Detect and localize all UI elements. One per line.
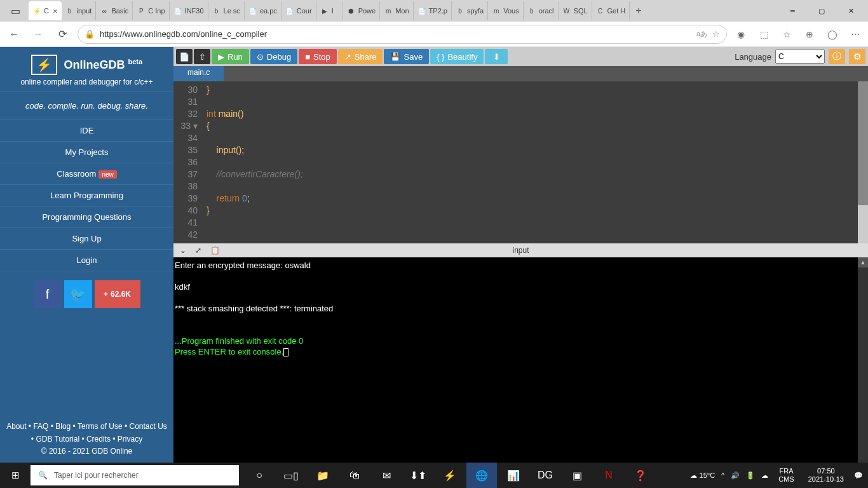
info-button[interactable]: ⓘ <box>829 49 845 64</box>
close-button[interactable]: ✕ <box>836 1 865 21</box>
upload-button[interactable]: ⇧ <box>194 49 210 64</box>
window-controls: ━ ▢ ✕ <box>778 1 865 21</box>
browser-tab[interactable]: bLe sc <box>208 1 245 20</box>
sidebar-item[interactable]: Programming Questions <box>0 207 173 228</box>
favorite-icon[interactable]: ☆ <box>712 29 720 39</box>
browser-tab[interactable]: bspyfa <box>452 1 488 20</box>
editor-scroll-thumb[interactable] <box>858 205 868 243</box>
sidebar-item[interactable]: Learn Programming <box>0 185 173 207</box>
minimize-button[interactable]: ━ <box>778 1 807 21</box>
windows-taskbar: ⊞ 🔍 Taper ici pour rechercher ○ ▭▯ 📁 🛍 ✉… <box>0 463 868 488</box>
app-icon[interactable]: ⚡ <box>435 463 465 488</box>
run-button[interactable]: ▶ Run <box>212 49 249 64</box>
console-output[interactable]: Enter an encrypted message: oswald kdkf … <box>173 257 868 463</box>
new-tab-button[interactable]: + <box>630 5 646 17</box>
browser-tab[interactable]: binput <box>62 1 97 20</box>
sidebar-item[interactable]: Sign Up <box>0 228 173 250</box>
tab-label: Basic <box>111 7 128 15</box>
browser-tab[interactable]: 📄Cour <box>281 1 316 20</box>
notifications-icon[interactable]: 💬 <box>854 471 863 480</box>
facebook-button[interactable]: f <box>34 280 62 308</box>
console-expand-icon[interactable]: ⤢ <box>195 246 201 255</box>
browser-tab[interactable]: WSQL <box>559 1 592 20</box>
code-editor[interactable]: 30313233 ▾343536373839404142 } int main(… <box>173 81 868 243</box>
office-icon[interactable]: 📊 <box>498 463 529 488</box>
share-count-button[interactable]: + 62.6K <box>95 280 140 308</box>
store-icon[interactable]: 🛍 <box>339 463 370 488</box>
debug-button[interactable]: ⊙ Debug <box>250 49 297 64</box>
browser-tab[interactable]: ▶I <box>316 1 343 20</box>
footer-links-1[interactable]: About • FAQ • Blog • Terms of Use • Cont… <box>3 421 171 433</box>
netflix-icon[interactable]: N <box>593 463 624 488</box>
back-button[interactable]: ← <box>5 25 23 43</box>
explorer-icon[interactable]: 📁 <box>308 463 338 488</box>
cortana-icon[interactable]: ○ <box>244 463 275 488</box>
profile-icon[interactable]: ◯ <box>825 27 840 42</box>
start-button[interactable]: ⊞ <box>0 463 31 488</box>
browser-tab[interactable]: boracl <box>524 1 559 20</box>
browser-tab[interactable]: 📄INF30 <box>170 1 208 20</box>
menu-icon[interactable]: ⋯ <box>848 27 863 42</box>
search-placeholder: Taper ici pour rechercher <box>54 471 139 480</box>
tab-overview-icon[interactable]: ▭ <box>8 3 23 18</box>
new-file-button[interactable]: 📄 <box>176 49 193 64</box>
sidebar-item[interactable]: Login <box>0 250 173 271</box>
tab-label: Mon <box>395 7 409 15</box>
terminal-icon[interactable]: ▣ <box>562 463 592 488</box>
share-button[interactable]: ↗ Share <box>338 49 383 64</box>
tab-label: C <box>44 7 49 15</box>
sidebar-item[interactable]: Classroomnew <box>0 163 173 185</box>
maximize-button[interactable]: ▢ <box>807 1 836 21</box>
tab-close-icon[interactable]: × <box>53 6 58 16</box>
browser-tab[interactable]: PC Inp <box>133 1 169 20</box>
battery-icon[interactable]: 🔋 <box>746 471 755 480</box>
tab-label: input <box>77 7 92 15</box>
language-select[interactable]: C <box>775 50 825 64</box>
reader-badge[interactable]: aあ <box>696 29 707 39</box>
browser-tab[interactable]: mVous <box>488 1 523 20</box>
twitter-button[interactable]: 🐦 <box>64 280 92 308</box>
footer-links-2[interactable]: • GDB Tutorial • Credits • Privacy <box>3 433 171 445</box>
settings-button[interactable]: ⚙ <box>849 49 865 64</box>
mail-icon[interactable]: ✉ <box>371 463 402 488</box>
console-copy-icon[interactable]: 📋 <box>210 246 220 255</box>
console-scroll-up[interactable]: ▲ <box>858 257 868 268</box>
browser-tab[interactable]: ⚡C× <box>29 1 62 20</box>
browser-tab[interactable]: 📄TP2.p <box>414 1 452 20</box>
browser-tab[interactable]: ∞Basic <box>96 1 133 20</box>
browser-tab[interactable]: 📄ea.pc <box>245 1 281 20</box>
console-scrollbar[interactable]: ▲ <box>858 257 868 463</box>
browser-tab[interactable]: CGet H <box>592 1 630 20</box>
datagrip-icon[interactable]: DG <box>530 463 560 488</box>
weather-widget[interactable]: ☁ 15°C <box>690 471 715 480</box>
onedrive-icon[interactable]: ☁ <box>761 471 768 480</box>
language-indicator[interactable]: FRACMS <box>775 467 797 484</box>
console-collapse-icon[interactable]: ⌄ <box>180 246 186 255</box>
collections-icon[interactable]: ⊕ <box>802 27 817 42</box>
tray-chevron-icon[interactable]: ^ <box>721 471 724 479</box>
browser-tab[interactable]: ⬢Powe <box>343 1 381 20</box>
dropbox-icon[interactable]: ⬇⬆ <box>403 463 433 488</box>
stop-button[interactable]: ■ Stop <box>299 49 337 64</box>
sidebar-item[interactable]: IDE <box>0 120 173 142</box>
location-icon[interactable]: ◉ <box>733 27 749 42</box>
sidebar-item[interactable]: My Projects <box>0 142 173 163</box>
taskbar-search[interactable]: 🔍 Taper ici pour rechercher <box>31 465 239 485</box>
reload-button[interactable]: ⟳ <box>53 25 71 43</box>
tab-favicon: 📄 <box>248 6 257 15</box>
tab-label: SQL <box>574 7 588 15</box>
address-bar[interactable]: 🔒 https://www.onlinegdb.com/online_c_com… <box>78 25 727 44</box>
download-button[interactable]: ⬇ <box>485 49 508 64</box>
file-tab-main[interactable]: main.c <box>173 66 224 81</box>
browser-tab[interactable]: mMon <box>380 1 413 20</box>
volume-icon[interactable]: 🔊 <box>731 471 740 480</box>
beautify-button[interactable]: { } Beautify <box>430 49 484 64</box>
clock[interactable]: 07:502021-10-13 <box>804 467 848 484</box>
editor-scrollbar[interactable] <box>858 81 868 243</box>
taskview-icon[interactable]: ▭▯ <box>276 463 306 488</box>
help-icon[interactable]: ❓ <box>625 463 656 488</box>
extensions-icon[interactable]: ⬚ <box>756 27 771 42</box>
save-button[interactable]: 💾 Save <box>384 49 429 64</box>
favorites-icon[interactable]: ☆ <box>779 27 794 42</box>
edge-icon[interactable]: 🌐 <box>466 463 497 488</box>
